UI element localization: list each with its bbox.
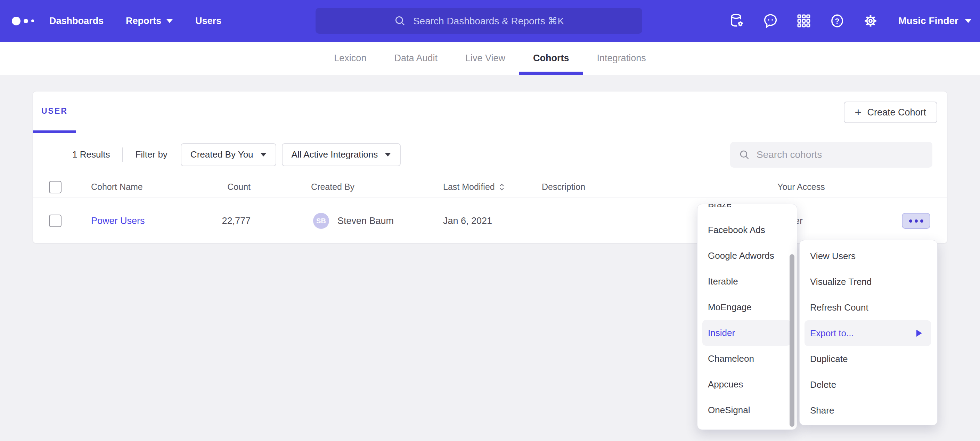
logo-dot-medium: [24, 19, 28, 23]
cohort-search-field[interactable]: [730, 142, 932, 168]
chevron-down-icon: [166, 19, 173, 23]
column-header-label: Last Modified: [443, 182, 495, 192]
avatar: SB: [313, 213, 329, 229]
cohorts-card: USER + Create Cohort 1 Results Filter by…: [33, 91, 947, 243]
tab-data-audit[interactable]: Data Audit: [380, 42, 452, 75]
nav-item-label: Reports: [126, 16, 161, 26]
export-destinations-list: Braze Facebook Ads Google Adwords Iterab…: [697, 204, 797, 423]
export-destinations-submenu: Braze Facebook Ads Google Adwords Iterab…: [697, 204, 797, 430]
nav-item-label: Dashboards: [49, 16, 103, 26]
column-header-description[interactable]: Description: [542, 176, 585, 198]
menu-item-visualize-trend[interactable]: Visualize Trend: [800, 269, 937, 295]
nav-item-label: Users: [195, 16, 221, 26]
filter-by-label: Filter by: [135, 149, 167, 160]
search-icon: [738, 149, 750, 161]
column-header-last-modified[interactable]: Last Modified: [443, 176, 504, 198]
select-all-checkbox[interactable]: [49, 181, 62, 193]
project-name: Music Finder: [898, 15, 958, 26]
submenu-item-google-adwords[interactable]: Google Adwords: [697, 243, 797, 268]
help-icon[interactable]: ?: [829, 13, 845, 29]
created-by-cell: SB Steven Baum: [313, 198, 394, 244]
tab-lexicon[interactable]: Lexicon: [320, 42, 380, 75]
created-by-name: Steven Baum: [337, 216, 394, 227]
plus-icon: +: [855, 106, 862, 118]
cohort-search-input[interactable]: [757, 149, 924, 160]
filter-bar: 1 Results Filter by Created By You All A…: [33, 133, 947, 176]
submenu-item-iterable[interactable]: Iterable: [697, 268, 797, 294]
column-header-count[interactable]: Count: [189, 176, 251, 198]
more-options-icon: [909, 219, 912, 222]
submenu-arrow-icon: [916, 330, 922, 337]
chevron-down-icon: [965, 19, 972, 23]
logo-dot-large: [12, 17, 21, 26]
page-body: USER + Create Cohort 1 Results Filter by…: [0, 75, 980, 243]
search-icon: [394, 14, 406, 27]
sort-icon[interactable]: [499, 183, 504, 191]
data-settings-icon[interactable]: [729, 13, 745, 29]
submenu-item-facebook-ads[interactable]: Facebook Ads: [697, 217, 797, 243]
apps-grid-icon[interactable]: [795, 13, 812, 29]
global-search-bar[interactable]: Search Dashboards & Reports ⌘K: [315, 8, 642, 34]
nav-item-dashboards[interactable]: Dashboards: [49, 16, 103, 26]
tab-live-view[interactable]: Live View: [452, 42, 519, 75]
more-options-button[interactable]: [902, 213, 930, 229]
cohort-context-menu-list: View Users Visualize Trend Refresh Count…: [800, 243, 937, 423]
cohort-name-link[interactable]: Power Users: [91, 216, 145, 227]
row-checkbox[interactable]: [49, 214, 62, 227]
data-management-subnav: Lexicon Data Audit Live View Cohorts Int…: [0, 42, 980, 75]
column-header-created-by[interactable]: Created By: [311, 176, 355, 198]
submenu-scrollbar-thumb[interactable]: [789, 254, 794, 427]
nav-item-users[interactable]: Users: [195, 16, 221, 26]
menu-item-export-to[interactable]: Export to...: [805, 320, 931, 346]
integrations-filter-dropdown[interactable]: All Active Integrations: [282, 143, 401, 166]
submenu-item-onesignal[interactable]: OneSignal: [697, 397, 797, 423]
menu-item-refresh-count[interactable]: Refresh Count: [800, 295, 937, 320]
submenu-item-appcues[interactable]: Appcues: [697, 371, 797, 397]
global-search-placeholder: Search Dashboards & Reports ⌘K: [413, 15, 564, 27]
created-by-filter-dropdown[interactable]: Created By You: [181, 143, 276, 166]
create-cohort-label: Create Cohort: [867, 107, 926, 118]
create-cohort-button[interactable]: + Create Cohort: [844, 102, 937, 123]
table-row: Power Users 22,777 SB Steven Baum Jan 6,…: [33, 198, 947, 244]
mixpanel-logo[interactable]: [12, 17, 34, 26]
cohort-context-menu: View Users Visualize Trend Refresh Count…: [799, 240, 938, 425]
column-header-your-access[interactable]: Your Access: [777, 176, 825, 198]
cohort-count-value: 22,777: [189, 198, 251, 244]
created-by-filter-value: Created By You: [191, 149, 253, 160]
column-header-cohort-name[interactable]: Cohort Name: [91, 176, 143, 198]
submenu-item-chameleon[interactable]: Chameleon: [697, 346, 797, 371]
submenu-item-moengage[interactable]: MoEngage: [697, 294, 797, 320]
tab-user-cohorts[interactable]: USER: [33, 91, 76, 133]
project-switcher[interactable]: Music Finder: [898, 15, 972, 26]
navbar-right-cluster: ? Music Finder: [729, 0, 972, 42]
feedback-icon[interactable]: [762, 13, 779, 29]
settings-gear-icon[interactable]: [862, 13, 879, 29]
menu-item-view-users[interactable]: View Users: [800, 243, 937, 269]
logo-dot-small: [31, 19, 34, 22]
menu-item-duplicate[interactable]: Duplicate: [800, 346, 937, 372]
submenu-item-braze[interactable]: Braze: [697, 204, 797, 217]
last-modified-value: Jan 6, 2021: [443, 198, 492, 244]
submenu-item-insider[interactable]: Insider: [702, 320, 791, 346]
top-navbar: Dashboards Reports Users Search Dashboar…: [0, 0, 980, 42]
card-header: USER + Create Cohort: [33, 91, 947, 133]
tab-integrations[interactable]: Integrations: [583, 42, 660, 75]
menu-item-label: Export to...: [810, 328, 854, 339]
chevron-down-icon: [385, 153, 391, 157]
nav-item-reports[interactable]: Reports: [126, 16, 173, 26]
tab-cohorts[interactable]: Cohorts: [519, 42, 583, 75]
table-header-row: Cohort Name Count Created By Last Modifi…: [33, 176, 947, 198]
integrations-filter-value: All Active Integrations: [291, 149, 378, 160]
chevron-down-icon: [260, 153, 267, 157]
results-count: 1 Results: [72, 149, 110, 160]
svg-text:?: ?: [835, 17, 840, 26]
menu-item-share[interactable]: Share: [800, 398, 937, 423]
menu-item-delete[interactable]: Delete: [800, 372, 937, 398]
